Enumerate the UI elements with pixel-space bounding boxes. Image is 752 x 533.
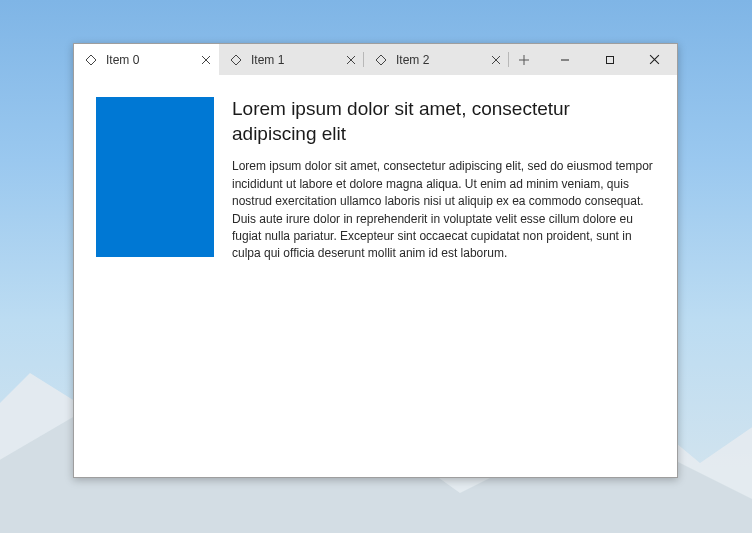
add-tab-button[interactable] [509,44,539,75]
content-heading: Lorem ipsum dolor sit amet, consectetur … [232,97,655,146]
close-icon [649,54,660,65]
plus-icon [518,54,530,66]
tab-label: Item 2 [396,53,483,67]
close-icon[interactable] [487,51,505,69]
minimize-icon [560,55,570,65]
content-area: Lorem ipsum dolor sit amet, consectetur … [74,75,677,477]
close-icon[interactable] [197,51,215,69]
diamond-icon [84,53,98,67]
tab-label: Item 0 [106,53,193,67]
diamond-icon [374,53,388,67]
app-window: Item 0 Item 1 Item 2 [73,43,678,478]
diamond-icon [229,53,243,67]
svg-rect-0 [606,56,613,63]
maximize-button[interactable] [587,44,632,75]
close-icon[interactable] [342,51,360,69]
tab-item-1[interactable]: Item 1 [219,44,364,75]
tab-strip: Item 0 Item 1 Item 2 [74,44,542,75]
close-window-button[interactable] [632,44,677,75]
hero-image-placeholder [96,97,214,257]
maximize-icon [605,55,615,65]
tab-item-2[interactable]: Item 2 [364,44,509,75]
tab-label: Item 1 [251,53,338,67]
caption-controls [542,44,677,75]
text-column: Lorem ipsum dolor sit amet, consectetur … [232,97,655,455]
content-body: Lorem ipsum dolor sit amet, consectetur … [232,158,655,262]
titlebar: Item 0 Item 1 Item 2 [74,44,677,75]
tab-item-0[interactable]: Item 0 [74,44,219,75]
minimize-button[interactable] [542,44,587,75]
